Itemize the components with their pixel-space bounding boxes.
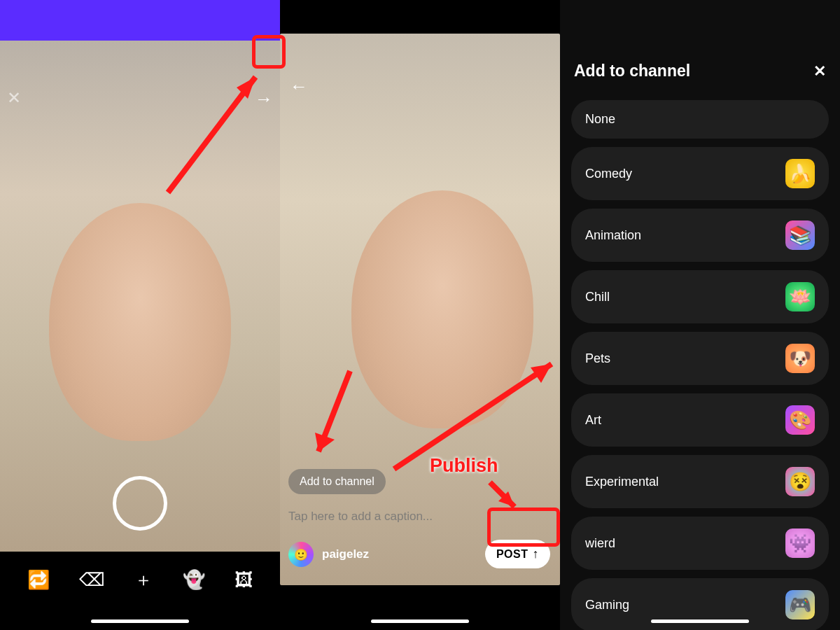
post-preview-screen: ← Add to channel paigelez POST ↑	[280, 0, 560, 630]
gallery-icon[interactable]: 🖼	[234, 569, 253, 591]
editor-toolbar: 🔁 ⌫ ＋ 👻 🖼	[0, 552, 280, 608]
channel-item[interactable]: Pets🐶	[571, 332, 829, 385]
next-arrow-icon[interactable]: →	[255, 88, 273, 110]
post-button-label: POST	[496, 548, 528, 561]
channel-list: NoneComedy🍌Animation📚Chill🪷Pets🐶Art🎨Expe…	[571, 100, 829, 630]
channel-icon: 🎮	[785, 590, 815, 620]
username-label: paigelez	[322, 547, 369, 561]
record-button[interactable]	[113, 476, 167, 531]
status-bar	[0, 0, 280, 41]
channel-label: Chill	[585, 290, 610, 304]
capture-screen: ✕ → 🔁 ⌫ ＋ 👻 🖼	[0, 0, 280, 630]
home-indicator	[651, 620, 749, 623]
channel-item[interactable]: Experimental😵	[571, 455, 829, 508]
loop-icon[interactable]: 🔁	[27, 569, 50, 591]
ghost-icon[interactable]: 👻	[183, 569, 205, 591]
channel-label: Art	[585, 413, 601, 428]
photo-content	[49, 203, 231, 441]
back-arrow-icon[interactable]: ←	[290, 76, 308, 97]
post-preview-image: ← Add to channel paigelez POST ↑	[280, 34, 560, 585]
channel-icon: 🪷	[785, 282, 815, 312]
channel-icon: 🎨	[785, 405, 815, 435]
channel-item[interactable]: Animation📚	[571, 209, 829, 262]
channel-icon: 🐶	[785, 344, 815, 373]
channel-item[interactable]: Art🎨	[571, 393, 829, 447]
channel-item[interactable]: wierd👾	[571, 517, 829, 570]
caption-input[interactable]	[288, 510, 498, 524]
channel-label: Gaming	[585, 598, 629, 612]
sheet-header: Add to channel ✕	[571, 62, 829, 80]
author-row: paigelez	[288, 542, 369, 567]
channel-label: Comedy	[585, 167, 632, 181]
close-icon[interactable]: ✕	[813, 62, 826, 80]
channel-item[interactable]: None	[571, 100, 829, 139]
channel-item[interactable]: Chill🪷	[571, 270, 829, 323]
channel-icon: 🍌	[785, 159, 815, 188]
channel-icon: 👾	[785, 528, 815, 558]
channel-label: Experimental	[585, 475, 659, 489]
photo-content	[351, 190, 533, 428]
sheet-title: Add to channel	[574, 62, 690, 80]
add-to-channel-chip[interactable]: Add to channel	[288, 469, 386, 494]
home-indicator	[371, 620, 469, 623]
channel-label: Pets	[585, 351, 610, 366]
add-icon[interactable]: ＋	[134, 568, 153, 592]
channel-icon: 📚	[785, 220, 815, 250]
channel-label: None	[585, 112, 615, 127]
channel-label: Animation	[585, 228, 641, 243]
camera-preview: ✕ →	[0, 41, 280, 552]
home-indicator	[91, 620, 189, 623]
post-button[interactable]: POST ↑	[485, 540, 550, 568]
channel-icon: 😵	[785, 467, 815, 496]
delete-icon[interactable]: ⌫	[79, 569, 105, 591]
upload-arrow-icon: ↑	[533, 547, 540, 561]
add-to-channel-sheet: Add to channel ✕ NoneComedy🍌Animation📚Ch…	[560, 0, 840, 630]
close-icon[interactable]: ✕	[7, 88, 21, 108]
channel-label: wierd	[585, 536, 615, 551]
avatar[interactable]	[288, 542, 314, 567]
channel-item[interactable]: Comedy🍌	[571, 147, 829, 200]
